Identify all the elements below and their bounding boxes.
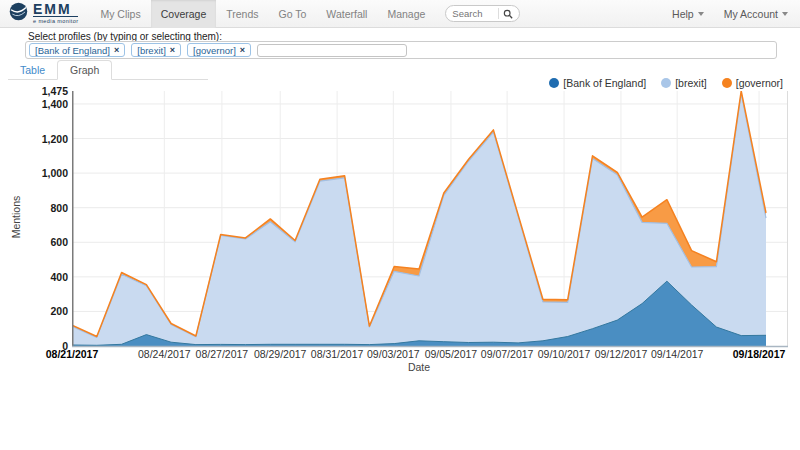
x-tick-label: 09/03/2017 [367, 348, 420, 360]
logo-subtitle: e media monitor [33, 16, 78, 24]
y-tick-label: 800 [28, 202, 68, 214]
legend-item-brexit[interactable]: [brexit] [661, 77, 707, 89]
y-tick-label: 600 [28, 236, 68, 248]
search-divider [498, 8, 499, 19]
legend-dot [661, 78, 671, 88]
profile-chip[interactable]: [Bank of England]× [29, 43, 125, 57]
nav-item-go-to[interactable]: Go To [269, 0, 317, 28]
remove-chip-icon[interactable]: × [240, 45, 245, 55]
tab-graph[interactable]: Graph [57, 60, 112, 80]
x-tick-label: 08/27/2017 [196, 348, 249, 360]
navbar-search [445, 5, 520, 22]
nav-item-my-clips[interactable]: My Clips [90, 0, 150, 28]
legend-dot [722, 78, 732, 88]
menu-my-account[interactable]: My Account [722, 0, 790, 28]
x-tick-label: 09/14/2017 [651, 348, 704, 360]
profile-chip-container[interactable]: [Bank of England]×[brexit]×[governor]× [25, 41, 777, 59]
view-tabbar: TableGraph [8, 61, 208, 80]
search-input[interactable] [452, 8, 494, 19]
tab-table[interactable]: Table [8, 61, 57, 79]
y-axis-title: Mentions [10, 182, 22, 252]
chart-legend: [Bank of England][brexit][governor] [549, 77, 783, 89]
nav-item-waterfall[interactable]: Waterfall [316, 0, 377, 28]
x-tick-label: 09/18/2017 [733, 348, 786, 360]
x-tick-label: 09/10/2017 [538, 348, 591, 360]
caret-down-icon [698, 12, 704, 16]
nav-item-manage[interactable]: Manage [377, 0, 435, 28]
top-navbar: EMM e media monitor My ClipsCoverageTren… [0, 0, 800, 28]
stacked-area-chart [72, 91, 788, 352]
x-tick-label: 08/31/2017 [311, 348, 364, 360]
menu-help[interactable]: Help [670, 0, 706, 28]
legend-dot [549, 78, 559, 88]
legend-item-BankofEngland[interactable]: [Bank of England] [549, 77, 646, 89]
y-tick-label: 1,000 [28, 167, 68, 179]
x-axis-title: Date [72, 361, 766, 373]
x-tick-label: 08/24/2017 [138, 348, 191, 360]
logo-title: EMM [33, 3, 78, 16]
x-tick-label: 09/12/2017 [595, 348, 648, 360]
y-tick-label: 1,200 [28, 133, 68, 145]
y-tick-label: 1,475 [28, 85, 68, 97]
profile-chip[interactable]: [brexit]× [131, 43, 181, 57]
legend-item-governor[interactable]: [governor] [722, 77, 783, 89]
x-tick-label: 08/29/2017 [254, 348, 307, 360]
emm-coverage-page: EMM e media monitor My ClipsCoverageTren… [0, 0, 800, 450]
nav-item-coverage[interactable]: Coverage [151, 0, 217, 28]
x-tick-label: 09/05/2017 [425, 348, 478, 360]
remove-chip-icon[interactable]: × [170, 45, 175, 55]
profile-typeahead-input[interactable] [257, 44, 407, 57]
profile-chip[interactable]: [governor]× [187, 43, 251, 57]
y-tick-label: 1,400 [28, 98, 68, 110]
x-tick-label: 09/07/2017 [481, 348, 534, 360]
x-tick-label: 08/21/2017 [46, 348, 99, 360]
globe-icon [8, 1, 29, 26]
caret-down-icon [782, 12, 788, 16]
remove-chip-icon[interactable]: × [114, 45, 119, 55]
chart-plot-area [72, 91, 788, 348]
nav-item-trends[interactable]: Trends [216, 0, 268, 28]
emm-logo[interactable]: EMM e media monitor [8, 1, 78, 26]
y-tick-label: 200 [28, 305, 68, 317]
search-icon[interactable] [503, 9, 513, 19]
y-tick-label: 400 [28, 271, 68, 283]
